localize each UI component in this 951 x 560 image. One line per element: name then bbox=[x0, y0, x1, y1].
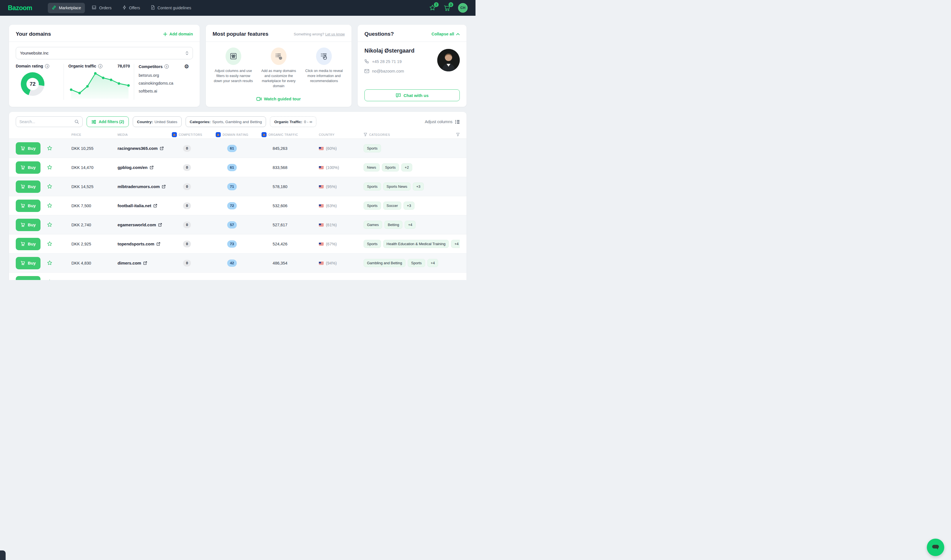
info-icon[interactable]: i bbox=[98, 64, 102, 68]
search-input[interactable] bbox=[19, 120, 72, 124]
column-header-country[interactable]: COUNTRY bbox=[304, 133, 351, 136]
external-link-icon[interactable] bbox=[150, 166, 154, 169]
country-filter-chip[interactable]: Country:United States bbox=[133, 116, 182, 127]
domain-link[interactable]: mlbtraderumors.com bbox=[117, 184, 160, 189]
external-link-icon[interactable] bbox=[158, 223, 162, 226]
buy-button[interactable]: Buy bbox=[16, 200, 40, 212]
contact-phone[interactable]: +45 28 25 71 19 bbox=[372, 59, 402, 64]
buy-button[interactable]: Buy bbox=[16, 276, 40, 280]
collapse-all-button[interactable]: Collapse all bbox=[431, 32, 460, 36]
funnel-icon[interactable] bbox=[456, 133, 460, 136]
favorite-star-button[interactable] bbox=[47, 165, 59, 170]
info-icon[interactable]: i bbox=[165, 65, 169, 69]
info-icon[interactable]: i bbox=[45, 64, 49, 68]
bazoom-logo[interactable]: Bazoom bbox=[8, 4, 32, 12]
us-flag-icon bbox=[319, 166, 324, 169]
table-row: Buy DKK 14,470 gpblog.com/en 0 61 833,56… bbox=[9, 158, 466, 177]
media-cell[interactable]: mlbtraderumors.com bbox=[93, 184, 166, 189]
domain-link[interactable]: egamersworld.com bbox=[117, 222, 156, 227]
column-header-domain-rating[interactable]: aDOMAIN RATING bbox=[208, 132, 256, 137]
domain-rating-pill: 72 bbox=[227, 202, 237, 209]
favorite-star-button[interactable] bbox=[47, 279, 59, 280]
add-filters-button[interactable]: Add filters (2) bbox=[86, 116, 129, 127]
external-link-icon[interactable] bbox=[160, 146, 164, 150]
category-chip: +4 bbox=[451, 240, 460, 248]
tab-orders[interactable]: Orders bbox=[88, 3, 115, 13]
buy-button[interactable]: Buy bbox=[16, 238, 40, 250]
column-header-organic-traffic[interactable]: aORGANIC TRAFFIC bbox=[256, 132, 304, 137]
competitor-item[interactable]: betsrus.org bbox=[138, 73, 189, 78]
favorite-star-button[interactable] bbox=[47, 183, 59, 189]
tab-marketplace[interactable]: Marketplace bbox=[48, 3, 85, 13]
star-icon bbox=[47, 222, 52, 228]
tab-offers[interactable]: Offers bbox=[118, 3, 144, 13]
domain-link[interactable]: gpblog.com/en bbox=[117, 165, 148, 170]
add-domain-button[interactable]: Add domain bbox=[163, 32, 193, 36]
gear-icon[interactable]: ⚙ bbox=[184, 64, 189, 69]
media-cell[interactable]: football-italia.net bbox=[93, 203, 166, 208]
cart-plus-icon bbox=[20, 184, 25, 189]
contact-email[interactable]: no@bazoom.com bbox=[372, 69, 404, 73]
organic-traffic-sparkline bbox=[68, 69, 132, 98]
inbox-icon bbox=[92, 5, 97, 11]
domain-link[interactable]: dimers.com bbox=[117, 261, 141, 265]
competitors-pill: 0 bbox=[183, 202, 191, 209]
organic-traffic-cell: 486,354 bbox=[256, 261, 304, 265]
table-row: Buy DKK 10,255 racingnews365.com 0 61 84… bbox=[9, 139, 466, 158]
country-cell: (95%) bbox=[304, 185, 351, 189]
competitor-item[interactable]: softbets.ai bbox=[138, 89, 189, 93]
favorite-star-button[interactable] bbox=[47, 241, 59, 247]
favorite-star-button[interactable] bbox=[47, 203, 59, 209]
category-chip: +4 bbox=[405, 221, 415, 229]
categories-filter-chip[interactable]: Categories:Sports, Gambling and Betting bbox=[186, 116, 266, 127]
favorite-star-button[interactable] bbox=[47, 145, 59, 151]
filter-bar: Add filters (2) Country:United States Ca… bbox=[9, 112, 466, 131]
search-icon bbox=[74, 120, 79, 124]
media-cell[interactable]: gpblog.com/en bbox=[93, 165, 166, 170]
column-header-categories[interactable]: CATEGORIES bbox=[351, 133, 460, 136]
let-us-know-link[interactable]: Let us know bbox=[325, 32, 345, 36]
media-cell[interactable]: dimers.com bbox=[93, 261, 166, 265]
adjust-columns-button[interactable]: Adjust columns bbox=[425, 120, 460, 124]
buy-button[interactable]: Buy bbox=[16, 142, 40, 155]
domain-link[interactable]: racingnews365.com bbox=[117, 146, 158, 151]
external-link-icon[interactable] bbox=[157, 242, 160, 246]
watch-guided-tour-link[interactable]: Watch guided tour bbox=[257, 97, 301, 101]
domain-link[interactable]: football-italia.net bbox=[117, 203, 151, 208]
tab-content-guidelines[interactable]: Content guidelines bbox=[147, 3, 195, 13]
column-header-competitors[interactable]: aCOMPETITORS bbox=[166, 132, 208, 137]
favorites-button[interactable]: 7 bbox=[429, 4, 436, 12]
category-chip: Sports bbox=[363, 202, 381, 210]
buy-button[interactable]: Buy bbox=[16, 219, 40, 231]
categories-cell: SportsHealth Education & Medical Trainin… bbox=[351, 240, 460, 248]
buy-button[interactable]: Buy bbox=[16, 162, 40, 174]
domain-rating-donut: 72 bbox=[21, 72, 45, 96]
media-cell[interactable]: topendsports.com bbox=[93, 242, 166, 246]
table-body: Buy DKK 10,255 racingnews365.com 0 61 84… bbox=[9, 139, 466, 280]
organic-traffic-cell: 845,263 bbox=[256, 146, 304, 151]
user-avatar[interactable]: CH bbox=[458, 3, 468, 13]
favorite-star-button[interactable] bbox=[47, 222, 59, 228]
external-link-icon[interactable] bbox=[143, 261, 147, 265]
favorite-star-button[interactable] bbox=[47, 260, 59, 266]
domain-link[interactable]: topendsports.com bbox=[117, 242, 154, 246]
chat-with-us-button[interactable]: Chat with us bbox=[365, 89, 460, 101]
domain-select[interactable]: Yourwebsite.Inc bbox=[16, 47, 193, 59]
column-header-price[interactable]: PRICE bbox=[59, 133, 93, 136]
media-cell[interactable]: racingnews365.com bbox=[93, 146, 166, 151]
buy-button[interactable]: Buy bbox=[16, 180, 40, 193]
media-cell[interactable]: egamersworld.com bbox=[93, 222, 166, 227]
contact-photo bbox=[437, 49, 460, 71]
external-link-icon[interactable] bbox=[154, 204, 157, 208]
category-chip: Betting bbox=[385, 221, 402, 229]
adjust-columns-icon bbox=[455, 120, 460, 124]
external-link-icon[interactable] bbox=[162, 185, 166, 188]
us-flag-icon bbox=[319, 185, 324, 188]
buy-button[interactable]: Buy bbox=[16, 257, 40, 269]
column-header-media[interactable]: MEDIA bbox=[93, 133, 166, 136]
competitor-item[interactable]: casinokingdoms.ca bbox=[138, 81, 189, 85]
category-chip: +3 bbox=[413, 182, 424, 191]
organic-traffic-filter-chip[interactable]: Organic Traffic:0 - ∞ bbox=[270, 116, 316, 127]
tab-label: Offers bbox=[129, 6, 140, 10]
cart-button[interactable]: 3 bbox=[443, 4, 451, 12]
